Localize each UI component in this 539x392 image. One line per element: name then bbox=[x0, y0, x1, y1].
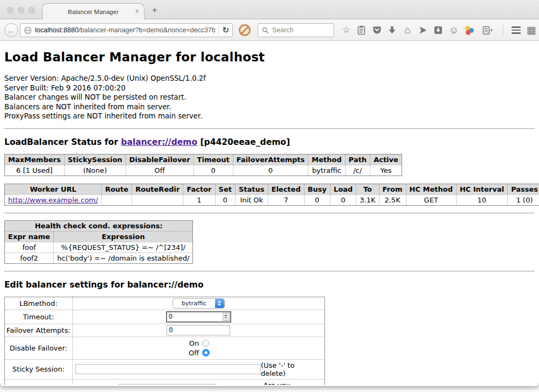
back-arrow-icon: ← bbox=[8, 26, 16, 35]
status-heading-prefix: LoadBalancer Status for bbox=[4, 137, 121, 147]
table-header-row: Worker URL Route RouteRedir Factor Set S… bbox=[5, 184, 539, 194]
color-dots-icon bbox=[464, 25, 474, 35]
col-failoverattempts: FailoverAttempts bbox=[233, 154, 308, 165]
timeout-label: Timeout: bbox=[5, 310, 73, 324]
add-worker-input[interactable] bbox=[119, 384, 216, 385]
balancer-link[interactable]: balancer://demo bbox=[121, 137, 197, 147]
tab-close-icon[interactable]: × bbox=[135, 8, 139, 15]
radio-on-label: On bbox=[186, 339, 199, 347]
notes-extension-button[interactable]: ▾ bbox=[477, 23, 498, 38]
table-header-row: MaxMembers StickySession DisableFailover… bbox=[5, 154, 402, 165]
search-icon bbox=[262, 27, 269, 34]
download-arrow-icon bbox=[388, 26, 396, 34]
colors-extension-button[interactable] bbox=[461, 23, 477, 38]
timeout-input-wrapper bbox=[166, 311, 231, 323]
page-content: Load Balancer Manager for localhost Serv… bbox=[0, 41, 539, 385]
sticky-session-hint: (Use '-' to delete) bbox=[261, 361, 322, 377]
bookmark-star-button[interactable]: ☆ bbox=[338, 23, 354, 38]
proxypass-note: ProxyPass settings are NOT inherited fro… bbox=[4, 111, 535, 121]
server-info: Server Version: Apache/2.5.0-dev (Unix) … bbox=[4, 74, 535, 121]
failover-attempts-label: Failover Attempts: bbox=[5, 324, 73, 337]
pocket-icon bbox=[372, 26, 382, 34]
edit-balancer-form: LBmethod: bytraffic Timeout: bbox=[4, 297, 325, 386]
col-disablefailover: DisableFailover bbox=[126, 154, 194, 165]
minimize-window-button[interactable] bbox=[18, 7, 24, 13]
zoom-window-button[interactable] bbox=[29, 7, 35, 13]
add-worker-row: Add New Worker: Are you sure? bbox=[5, 379, 325, 385]
table-row: foof2 hc('body') =~ /domain is establish… bbox=[5, 253, 193, 263]
health-table-title: Health check cond. expressions: bbox=[5, 220, 193, 231]
page-title: Load Balancer Manager for localhost bbox=[4, 50, 535, 64]
divider bbox=[4, 213, 535, 214]
timeout-input[interactable] bbox=[167, 313, 223, 320]
toolbar-icons: ☆ bbox=[338, 19, 539, 41]
paper-plane-icon bbox=[419, 26, 427, 34]
col-stickysession: StickySession bbox=[64, 154, 126, 165]
col-active: Active bbox=[370, 154, 402, 165]
failover-attempts-input[interactable] bbox=[167, 325, 230, 335]
url-text: localhost:8880/balancer-manager?b=demo&n… bbox=[35, 26, 215, 34]
sticky-session-row: Sticky Session: (Use '-' to delete) bbox=[5, 359, 325, 379]
divider bbox=[4, 271, 535, 272]
tile-tabs-button[interactable]: ▦ bbox=[523, 23, 539, 38]
pocket-button[interactable] bbox=[369, 23, 385, 38]
lbmethod-selected-value: bytraffic bbox=[173, 300, 215, 307]
failover-attempts-row: Failover Attempts: bbox=[5, 324, 325, 337]
table-row: foof %{REQUEST_STATUS} =~ /^[234]/ bbox=[5, 242, 193, 253]
lbmethod-label: LBmethod: bbox=[5, 297, 73, 310]
search-input[interactable] bbox=[272, 26, 326, 34]
server-version: Server Version: Apache/2.5.0-dev (Unix) … bbox=[4, 74, 535, 83]
url-path: /balancer-manager?b=demo&nonce=decc37be-… bbox=[79, 26, 216, 34]
disable-failover-label: Disable Failover: bbox=[5, 337, 73, 359]
blocked-content-icon[interactable] bbox=[239, 24, 251, 36]
lbmethod-select[interactable]: bytraffic bbox=[172, 298, 225, 309]
inherit-note: Balancers are NOT inherited from main se… bbox=[4, 102, 535, 112]
number-spinner-icon[interactable] bbox=[223, 313, 230, 321]
back-button[interactable]: ← bbox=[4, 23, 18, 37]
close-window-button[interactable] bbox=[7, 7, 13, 13]
notes-icon bbox=[482, 26, 490, 35]
lbmethod-row: LBmethod: bytraffic bbox=[5, 297, 325, 310]
chevron-down-icon[interactable]: ▾ bbox=[490, 27, 493, 33]
home-icon: ⌂ bbox=[405, 25, 411, 35]
disable-failover-off-radio[interactable] bbox=[202, 349, 210, 356]
new-tab-button[interactable]: + bbox=[152, 5, 157, 15]
disable-failover-on-radio[interactable] bbox=[202, 340, 209, 347]
divider bbox=[4, 128, 535, 129]
clipboard-button[interactable] bbox=[354, 23, 370, 38]
worker-table: Worker URL Route RouteRedir Factor Set S… bbox=[4, 184, 539, 206]
status-heading-suffix: [p4420eeae_demo] bbox=[197, 137, 290, 147]
table-title-row: Health check cond. expressions: bbox=[5, 220, 193, 231]
send-tab-button[interactable] bbox=[416, 23, 431, 38]
col-method: Method bbox=[308, 154, 345, 165]
tab-balancer-manager[interactable]: Balancer Manager × bbox=[42, 3, 144, 19]
window-controls bbox=[7, 7, 35, 13]
smiley-bubble-icon: ☺ bbox=[449, 25, 459, 35]
sticky-session-label: Sticky Session: bbox=[5, 359, 73, 379]
disable-failover-row: Disable Failover: On Off bbox=[5, 337, 325, 359]
globe-icon bbox=[24, 26, 32, 34]
table-row: 6 [1 Used] (None) Off 0 0 bytraffic /c/ … bbox=[5, 165, 402, 176]
are-you-sure-label: Are you sure? bbox=[264, 381, 311, 386]
home-button[interactable]: ⌂ bbox=[400, 23, 416, 38]
col-timeout: Timeout bbox=[194, 154, 233, 165]
radio-off-label: Off bbox=[186, 349, 199, 357]
persist-note: Balancer changes will NOT be persisted o… bbox=[4, 93, 535, 102]
reader-square-button[interactable] bbox=[431, 23, 446, 38]
downloads-button[interactable] bbox=[385, 23, 400, 38]
balancer-status-table: MaxMembers StickySession DisableFailover… bbox=[4, 154, 402, 176]
grid-icon: ▦ bbox=[527, 25, 536, 35]
navigation-toolbar: ← localhost:8880/balancer-manager?b=demo… bbox=[0, 19, 539, 41]
health-check-table: Health check cond. expressions: Expr nam… bbox=[4, 220, 193, 264]
worker-url-link[interactable]: http://www.example.com/ bbox=[8, 196, 98, 204]
search-bar[interactable] bbox=[258, 23, 334, 37]
table-header-row: Expr name Expression bbox=[5, 231, 193, 242]
menu-button[interactable] bbox=[508, 23, 524, 38]
sticky-session-input[interactable] bbox=[75, 364, 261, 374]
select-stepper-icon bbox=[215, 299, 224, 308]
add-worker-label: Add New Worker: bbox=[5, 379, 73, 385]
reload-icon[interactable]: ↻ bbox=[222, 25, 229, 35]
url-bar[interactable]: localhost:8880/balancer-manager?b=demo&n… bbox=[20, 23, 233, 37]
urlbar-divider bbox=[218, 25, 219, 35]
forum-button[interactable]: ☺ bbox=[446, 23, 462, 38]
